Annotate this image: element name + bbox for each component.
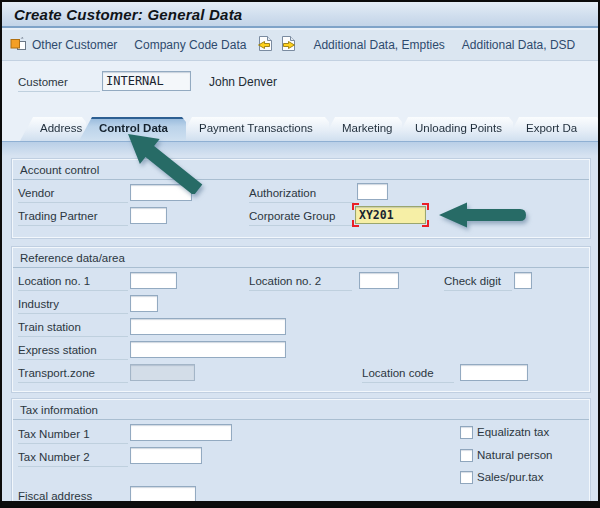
tab-strip: Address Control Data Payment Transaction… [20, 117, 600, 141]
authorization-label: Authorization [249, 186, 354, 203]
check-digit-input[interactable] [514, 272, 532, 289]
tax-number-1-label: Tax Number 1 [18, 427, 128, 444]
additional-data-dsd-label: Additional Data, DSD [462, 38, 575, 52]
express-station-input[interactable] [130, 341, 286, 358]
location2-label: Location no. 2 [249, 274, 352, 291]
industry-input[interactable] [130, 295, 158, 312]
corporate-group-selection: XY201 [352, 203, 429, 227]
corporate-group-input[interactable]: XY201 [355, 206, 426, 224]
tax-number-1-input[interactable] [130, 424, 232, 441]
location2-input[interactable] [359, 272, 399, 289]
additional-data-empties-button[interactable]: Additional Data, Empties [313, 38, 444, 52]
group-tax-information-title: Tax information [13, 400, 589, 420]
other-customer-button[interactable]: Other Customer [10, 36, 117, 54]
train-station-input[interactable] [130, 318, 286, 335]
transport-zone-label: Transport.zone [18, 366, 128, 383]
customer-input[interactable]: INTERNAL [102, 71, 191, 91]
annotation-arrow-control-data-icon [120, 128, 210, 194]
additional-data-dsd-button[interactable]: Additional Data, DSD [462, 38, 575, 52]
tab-marketing-label: Marketing [342, 122, 393, 134]
sales-pur-tax-checkbox[interactable] [460, 471, 473, 484]
tab-marketing[interactable]: Marketing [322, 117, 402, 141]
sales-pur-tax-label: Sales/pur.tax [477, 471, 543, 483]
natural-person-label: Natural person [477, 449, 552, 461]
location-code-label: Location code [362, 366, 454, 383]
bottom-border-bar [2, 501, 598, 506]
application-toolbar: Other Customer Company Code Data [2, 30, 598, 61]
location-code-input[interactable] [460, 364, 528, 381]
trading-partner-input[interactable] [130, 207, 167, 224]
tab-export-data[interactable]: Export Da [506, 117, 600, 141]
page-title: Create Customer: General Data [2, 6, 242, 23]
additional-data-empties-label: Additional Data, Empties [313, 38, 444, 52]
customer-label: Customer [18, 75, 100, 92]
tab-unloading-points[interactable]: Unloading Points [395, 117, 513, 141]
sap-window: Create Customer: General Data Other Cust… [0, 0, 600, 508]
train-station-label: Train station [18, 320, 128, 337]
transport-zone-input[interactable] [130, 364, 195, 381]
location1-label: Location no. 1 [18, 274, 128, 291]
trading-partner-label: Trading Partner [18, 209, 128, 226]
page-arrow-left-icon [256, 35, 273, 55]
company-code-data-label: Company Code Data [134, 38, 246, 52]
other-customer-icon [10, 36, 27, 54]
tab-address[interactable]: Address [20, 117, 86, 141]
tab-address-label: Address [40, 122, 82, 134]
annotation-arrow-corporate-group-icon [436, 201, 528, 229]
vendor-label: Vendor [18, 186, 128, 203]
group-reference-data-title: Reference data/area [13, 248, 589, 268]
location1-input[interactable] [130, 272, 177, 289]
tax-number-2-label: Tax Number 2 [18, 450, 128, 467]
tax-number-2-input[interactable] [130, 447, 202, 464]
natural-person-checkbox[interactable] [460, 449, 473, 462]
tab-payment-transactions-label: Payment Transactions [199, 122, 313, 134]
group-account-control-title: Account control [13, 160, 589, 180]
company-code-data-button[interactable]: Company Code Data [134, 38, 246, 52]
tab-unloading-points-label: Unloading Points [415, 122, 502, 134]
next-screen-button[interactable] [279, 35, 296, 55]
authorization-input[interactable] [357, 183, 388, 200]
previous-screen-button[interactable] [256, 35, 273, 55]
page-arrow-right-icon [279, 35, 296, 55]
tab-export-data-label: Export Da [526, 122, 577, 134]
check-digit-label: Check digit [444, 274, 512, 291]
other-customer-label: Other Customer [32, 38, 117, 52]
customer-name-text: John Denver [209, 75, 277, 89]
equalizatn-tax-checkbox[interactable] [460, 426, 473, 439]
equalizatn-tax-label: Equalizatn tax [477, 426, 549, 438]
window-title-bar: Create Customer: General Data [2, 2, 598, 28]
industry-label: Industry [18, 297, 128, 314]
express-station-label: Express station [18, 343, 128, 360]
corporate-group-label: Corporate Group [249, 209, 354, 226]
